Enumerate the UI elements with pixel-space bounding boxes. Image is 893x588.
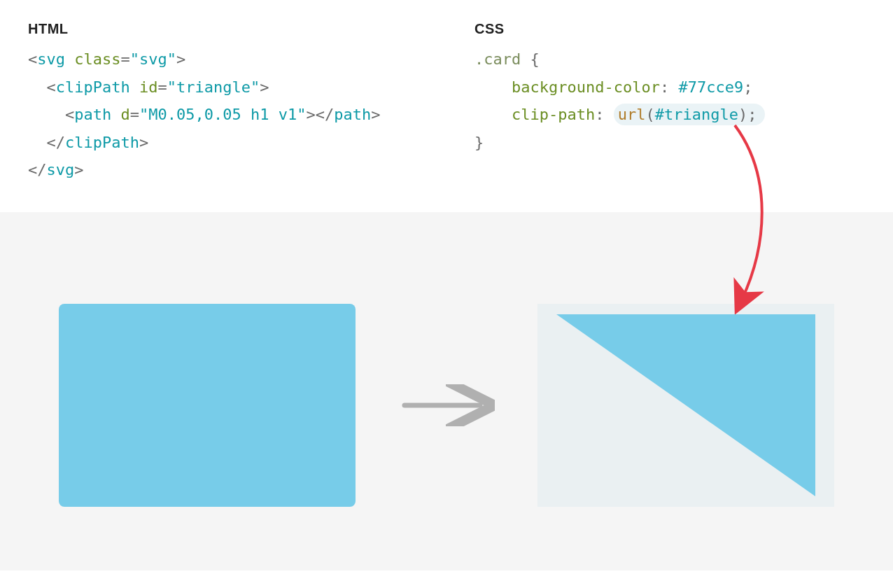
css-header: CSS xyxy=(474,21,865,37)
code-token: = xyxy=(120,50,129,68)
card-after-clipped xyxy=(556,314,815,496)
code-token: ) xyxy=(738,106,747,123)
code-token: id xyxy=(139,78,158,96)
code-section: HTML <svg class="svg"> <clipPath id="tri… xyxy=(0,0,893,212)
code-token: </ xyxy=(47,134,66,151)
demo-section xyxy=(0,212,893,570)
code-token: > xyxy=(260,78,269,96)
code-token: < xyxy=(47,78,56,96)
code-token: ; xyxy=(743,78,752,96)
code-token: < xyxy=(28,50,37,68)
code-token: clipPath xyxy=(56,78,130,96)
code-token: clipPath xyxy=(65,134,139,151)
html-header: HTML xyxy=(28,21,419,37)
css-highlight: url(#triangle); xyxy=(614,104,766,125)
code-token: clip-path xyxy=(512,106,595,123)
code-token: = xyxy=(157,78,167,96)
card-after-container xyxy=(537,304,834,507)
code-token: d xyxy=(120,106,129,123)
code-token: < xyxy=(65,106,74,123)
code-token: "M0.05,0.05 h1 v1" xyxy=(139,106,306,123)
code-token: path xyxy=(334,106,371,123)
html-column: HTML <svg class="svg"> <clipPath id="tri… xyxy=(28,21,419,184)
code-token: > xyxy=(139,134,148,151)
code-token: </ xyxy=(28,161,47,178)
code-token: : xyxy=(595,106,614,123)
card-before xyxy=(59,304,356,507)
code-token: > xyxy=(176,50,185,68)
code-token: svg xyxy=(37,50,65,68)
css-column: CSS .card { background-color: #77cce9; c… xyxy=(474,21,865,184)
code-token: url xyxy=(618,106,646,123)
css-code-block: .card { background-color: #77cce9; clip-… xyxy=(474,46,865,156)
code-token: > xyxy=(371,106,380,123)
code-token: } xyxy=(474,134,484,151)
code-token: class xyxy=(74,50,120,68)
code-token: { xyxy=(521,50,540,68)
code-token: "triangle" xyxy=(167,78,260,96)
code-token: .card xyxy=(474,50,521,68)
code-token: #77cce9 xyxy=(678,78,743,96)
code-token: "svg" xyxy=(130,50,176,68)
code-token: : xyxy=(660,78,679,96)
code-token: ( xyxy=(645,106,654,123)
code-token: > xyxy=(74,161,83,178)
code-token: svg xyxy=(47,161,75,178)
code-token: ></ xyxy=(306,106,334,123)
code-token: #triangle xyxy=(655,106,738,123)
code-token: = xyxy=(130,106,139,123)
code-token: path xyxy=(74,106,111,123)
code-token: background-color xyxy=(512,78,660,96)
arrow-right-icon xyxy=(398,384,495,426)
html-code-block: <svg class="svg"> <clipPath id="triangle… xyxy=(28,46,419,184)
code-token: ; xyxy=(747,106,757,123)
